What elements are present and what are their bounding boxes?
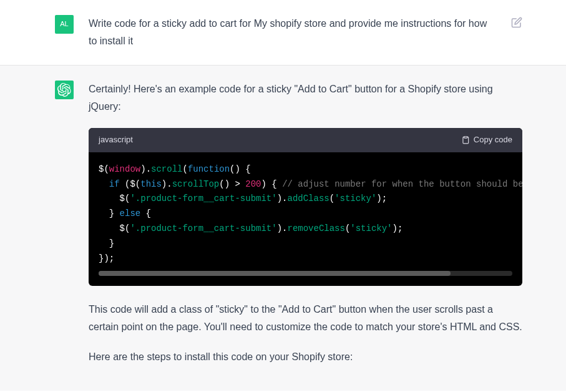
- user-avatar: AL: [55, 15, 74, 34]
- copy-code-label: Copy code: [474, 133, 512, 147]
- assistant-message-row: Certainly! Here's an example code for a …: [0, 66, 566, 391]
- user-message-text: Write code for a sticky add to cart for …: [89, 15, 496, 50]
- code-header: javascript Copy code: [89, 128, 522, 152]
- edit-icon[interactable]: [511, 16, 522, 27]
- assistant-steps-intro-text: Here are the steps to install this code …: [89, 348, 522, 366]
- openai-logo-icon: [57, 83, 71, 97]
- code-body[interactable]: $(window).scroll(function() { if ($(this…: [89, 152, 522, 287]
- svg-rect-0: [464, 137, 467, 138]
- code-content: $(window).scroll(function() { if ($(this…: [99, 162, 512, 267]
- code-block: javascript Copy code $(window).scroll(fu…: [89, 128, 522, 286]
- user-avatar-initials: AL: [60, 18, 68, 30]
- user-message-content: Write code for a sticky add to cart for …: [89, 15, 496, 50]
- user-message-row: AL Write code for a sticky add to cart f…: [0, 0, 566, 66]
- assistant-explanation-text: This code will add a class of "sticky" t…: [89, 301, 522, 336]
- horizontal-scrollbar[interactable]: [99, 271, 512, 276]
- scrollbar-thumb[interactable]: [99, 271, 451, 276]
- assistant-intro-text: Certainly! Here's an example code for a …: [89, 81, 522, 115]
- clipboard-icon: [461, 135, 470, 144]
- assistant-message-content: Certainly! Here's an example code for a …: [89, 81, 522, 366]
- code-language-label: javascript: [99, 133, 133, 147]
- assistant-avatar: [55, 81, 74, 99]
- copy-code-button[interactable]: Copy code: [461, 133, 512, 147]
